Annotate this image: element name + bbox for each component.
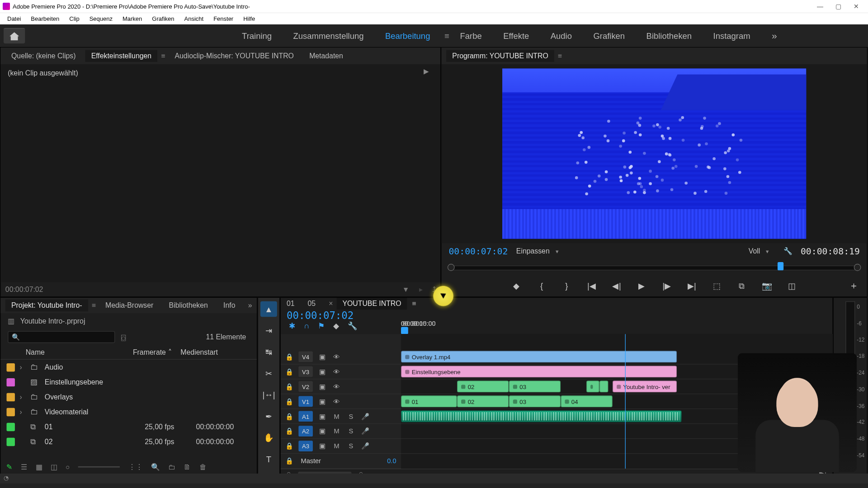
program-timecode-in[interactable]: 00:00:07:02: [448, 246, 508, 257]
marker-tool-icon[interactable]: ⚑: [318, 322, 325, 331]
source-tab[interactable]: Effekteinstellungen: [85, 50, 158, 62]
menu-sequenz[interactable]: Sequenz: [85, 14, 117, 23]
automate-icon[interactable]: ⋮⋮: [128, 463, 143, 471]
workspace-training[interactable]: Training: [231, 28, 282, 43]
voice-icon[interactable]: 🎤: [360, 413, 370, 420]
project-item[interactable]: › 🗀 Videomaterial: [0, 404, 257, 419]
track-header[interactable]: 🔒 A1 ▣ MS🎤: [281, 409, 401, 424]
workspace-bibliotheken[interactable]: Bibliotheken: [636, 28, 703, 43]
clip[interactable]: 03: [509, 395, 561, 407]
sequence-tab[interactable]: YOUTUBE INTRO: [336, 298, 407, 310]
close-button[interactable]: ✕: [847, 0, 865, 13]
selection-tool[interactable]: ▲: [260, 301, 277, 317]
menu-fenster[interactable]: Fenster: [209, 14, 238, 23]
zoom-handle-icon[interactable]: ○: [66, 463, 70, 471]
playhead-line[interactable]: [625, 334, 626, 469]
track-label[interactable]: V3: [298, 366, 313, 377]
track-header[interactable]: 🔒 A3 ▣ MS🎤: [281, 439, 401, 454]
workspace-overflow-button[interactable]: »: [772, 30, 777, 41]
sync-lock-icon[interactable]: ▣: [317, 383, 327, 390]
workspace-menu-icon[interactable]: ≡: [444, 31, 449, 40]
scrub-start-cap[interactable]: [448, 264, 455, 271]
scrub-playhead[interactable]: [778, 262, 783, 270]
new-bin-icon[interactable]: 🗀: [168, 463, 175, 471]
settings-icon[interactable]: 🔧: [783, 247, 793, 255]
new-item-icon[interactable]: 🗎: [184, 463, 191, 471]
track-label[interactable]: A1: [298, 411, 313, 422]
col-framerate[interactable]: Framerate˄: [133, 348, 180, 356]
home-button[interactable]: [4, 28, 25, 43]
keyboard-icon[interactable]: ⌼: [121, 333, 126, 342]
clip[interactable]: Youtube Intro- ver: [613, 380, 677, 392]
minimize-button[interactable]: —: [811, 0, 829, 13]
list-view-icon[interactable]: ☰: [21, 463, 27, 471]
menu-marken[interactable]: Marken: [118, 14, 146, 23]
workspace-zusammenstellung[interactable]: Zusammenstellung: [283, 28, 374, 43]
timeline-timecode[interactable]: 00:00:07:02: [287, 310, 354, 321]
col-name[interactable]: Name: [26, 348, 133, 356]
track-select-tool[interactable]: ⇥: [260, 323, 277, 338]
track-label[interactable]: V1: [298, 396, 313, 407]
clip[interactable]: 02: [457, 395, 509, 407]
linked-sel-icon[interactable]: ∩: [304, 322, 309, 331]
pencil-icon[interactable]: ✎: [6, 463, 12, 471]
lock-icon[interactable]: 🔒: [285, 413, 293, 420]
go-to-out-icon[interactable]: ▶|: [685, 281, 698, 291]
col-mediastart[interactable]: Medienstart: [180, 348, 257, 356]
menu-grafiken[interactable]: Grafiken: [147, 14, 179, 23]
menu-clip[interactable]: Clip: [65, 14, 84, 23]
step-icon[interactable]: ▸: [419, 285, 423, 293]
workspace-grafiken[interactable]: Grafiken: [583, 28, 636, 43]
sync-lock-icon[interactable]: ▣: [317, 413, 327, 420]
track-label[interactable]: A3: [298, 441, 313, 451]
lock-icon[interactable]: 🔒: [285, 427, 293, 435]
workspace-effekte[interactable]: Effekte: [492, 28, 540, 43]
maximize-button[interactable]: ▢: [829, 0, 847, 13]
track-header[interactable]: 🔒 V2 ▣ 👁: [281, 380, 401, 394]
lock-icon[interactable]: 🔒: [285, 368, 293, 375]
voice-icon[interactable]: 🎤: [360, 442, 370, 450]
tabs-overflow-icon[interactable]: »: [248, 301, 252, 310]
eye-icon[interactable]: 👁: [332, 368, 341, 375]
type-tool[interactable]: T: [260, 451, 277, 467]
clip[interactable]: 04: [561, 395, 613, 407]
expand-icon[interactable]: ›: [19, 363, 25, 371]
project-tab[interactable]: Info: [217, 300, 241, 311]
ripple-tool[interactable]: ↹: [260, 344, 277, 360]
panel-menu-icon[interactable]: ≡: [161, 52, 165, 60]
pen-tool[interactable]: ✒: [260, 408, 277, 424]
snap-icon[interactable]: ✱: [289, 322, 295, 331]
menu-hilfe[interactable]: Hilfe: [239, 14, 259, 23]
master-track-header[interactable]: 🔒Master0.0: [281, 454, 401, 469]
track-label[interactable]: V2: [298, 381, 313, 392]
eye-icon[interactable]: 👁: [332, 383, 341, 390]
clip[interactable]: [401, 410, 681, 422]
mute-icon[interactable]: M: [332, 413, 341, 420]
source-tab[interactable]: Audioclip-Mischer: YOUTUBE INTRO: [169, 50, 300, 62]
voice-icon[interactable]: 🎤: [360, 427, 370, 435]
add-button-icon[interactable]: ＋: [849, 280, 859, 292]
icon-view-icon[interactable]: ▦: [36, 463, 42, 471]
eye-icon[interactable]: 👁: [332, 398, 341, 405]
search-input[interactable]: 🔍: [8, 331, 115, 343]
sequence-tab[interactable]: 05: [308, 300, 316, 308]
in-point-icon[interactable]: {: [535, 281, 548, 291]
mute-icon[interactable]: M: [332, 427, 341, 435]
sequence-tab[interactable]: 01: [287, 300, 295, 308]
close-seq-icon[interactable]: ×: [329, 300, 333, 308]
project-item[interactable]: ⧉ 01 25,00 fps 00:00:00:00: [0, 419, 257, 434]
hand-tool[interactable]: ✋: [260, 430, 277, 446]
step-back-icon[interactable]: ◀|: [610, 281, 623, 291]
panel-menu-icon[interactable]: ≡: [558, 52, 562, 60]
project-tab[interactable]: Projekt: Youtube Intro-: [5, 300, 88, 311]
solo-icon[interactable]: S: [346, 413, 356, 420]
eye-icon[interactable]: 👁: [332, 353, 341, 361]
lock-icon[interactable]: 🔒: [285, 442, 293, 450]
program-monitor[interactable]: [442, 64, 867, 243]
project-item[interactable]: › 🗀 Overlays: [0, 389, 257, 404]
project-tab[interactable]: Media-Browser: [99, 300, 160, 311]
sync-lock-icon[interactable]: ▣: [317, 427, 327, 435]
sync-lock-icon[interactable]: ▣: [317, 398, 327, 405]
track-header[interactable]: 🔒 V3 ▣ 👁: [281, 365, 401, 380]
add-marker-icon[interactable]: ◆: [333, 322, 339, 331]
